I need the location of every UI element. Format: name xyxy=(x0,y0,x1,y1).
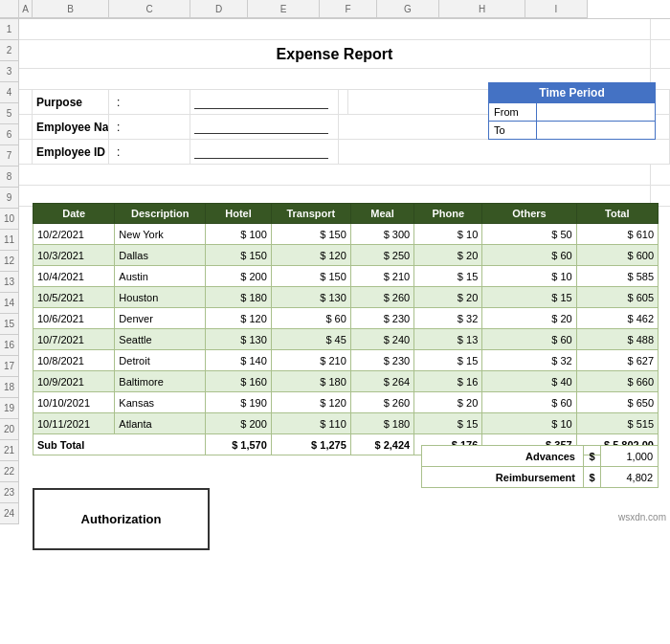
row-16: 16 xyxy=(0,335,19,356)
purpose-colon: : xyxy=(109,90,190,114)
row-21: 21 xyxy=(0,440,19,461)
from-label: From xyxy=(489,103,537,121)
row-12: 12 xyxy=(0,251,19,272)
employee-name-colon: : xyxy=(109,115,190,139)
sheet-content: Expense Report Purpose : Employee Na xyxy=(19,19,670,524)
sheet-body: 1 2 3 4 5 6 7 8 9 10 11 12 13 14 15 16 1… xyxy=(0,19,670,524)
row-7: 7 xyxy=(0,145,19,167)
time-period-box: Time Period From To xyxy=(488,82,656,140)
employee-id-colon: : xyxy=(109,140,190,164)
col-header-g: G xyxy=(377,0,439,18)
col-header-e: E xyxy=(248,0,320,18)
row-14: 14 xyxy=(0,293,19,314)
cell-5a xyxy=(19,115,33,139)
row-8: 8 xyxy=(0,167,19,188)
row-9: 9 xyxy=(0,188,19,209)
cell-6rest xyxy=(339,140,670,164)
grid-row-1 xyxy=(19,19,670,40)
row-numbers: 1 2 3 4 5 6 7 8 9 10 11 12 13 14 15 16 1… xyxy=(0,19,19,524)
spreadsheet: A B C D E F G H I 1 2 3 4 5 6 7 8 9 10 1… xyxy=(0,0,670,644)
employee-id-label: Employee ID xyxy=(33,140,109,164)
row-5: 5 xyxy=(0,103,19,124)
authorization-box: Authorization xyxy=(33,488,210,550)
time-period-to-row: To xyxy=(489,121,655,139)
row-19: 19 xyxy=(0,398,19,419)
row-3: 3 xyxy=(0,61,19,82)
col-header-d: D xyxy=(190,0,248,18)
cell-1 xyxy=(19,19,651,39)
report-title: Expense Report xyxy=(19,40,651,68)
to-value[interactable] xyxy=(537,122,655,139)
row-15: 15 xyxy=(0,314,19,335)
row-10: 10 xyxy=(0,209,19,230)
row-1: 1 xyxy=(0,19,19,40)
cell-4e2 xyxy=(339,90,348,114)
employee-name-field[interactable] xyxy=(190,115,339,139)
row-2: 2 xyxy=(0,40,19,61)
grid-row-2: Expense Report xyxy=(19,40,670,69)
watermark: wsxdn.com xyxy=(618,512,666,522)
grid-row-7 xyxy=(19,165,670,186)
grid-row-6: Employee ID : xyxy=(19,140,670,165)
employee-name-label: Employee Name xyxy=(33,115,109,139)
time-period-header: Time Period xyxy=(489,83,655,102)
row-20: 20 xyxy=(0,419,19,440)
cell-4a xyxy=(19,90,33,114)
row-11: 11 xyxy=(0,230,19,251)
row-4: 4 xyxy=(0,82,19,103)
purpose-field[interactable] xyxy=(190,90,339,114)
time-period-from-row: From xyxy=(489,102,655,121)
col-header-b: B xyxy=(33,0,109,18)
row-22: 22 xyxy=(0,461,19,482)
col-header-a: A xyxy=(19,0,33,18)
employee-id-field[interactable] xyxy=(190,140,339,164)
table-spacer xyxy=(19,207,670,475)
row-23: 23 xyxy=(0,482,19,503)
row-6: 6 xyxy=(0,124,19,145)
to-label: To xyxy=(489,122,537,139)
col-header-c: C xyxy=(109,0,190,18)
corner-cell xyxy=(0,0,19,18)
row-13: 13 xyxy=(0,272,19,293)
authorization-label: Authorization xyxy=(81,512,162,526)
row-18: 18 xyxy=(0,377,19,398)
purpose-label: Purpose xyxy=(33,90,109,114)
from-value[interactable] xyxy=(537,103,655,121)
row-17: 17 xyxy=(0,356,19,377)
cell-6a xyxy=(19,140,33,164)
col-header-f: F xyxy=(320,0,377,18)
col-header-row: A B C D E F G H I xyxy=(0,0,670,19)
col-header-i: I xyxy=(525,0,588,18)
row-24: 24 xyxy=(0,503,19,524)
col-header-h: H xyxy=(439,0,525,18)
